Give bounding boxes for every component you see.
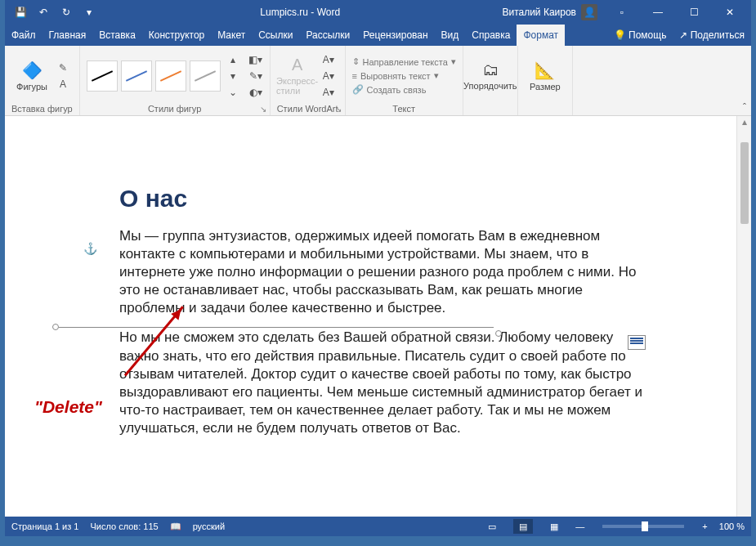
link-icon: 🔗 (352, 84, 364, 95)
tab-format[interactable]: Формат (517, 25, 565, 46)
arrange-button[interactable]: 🗂 Упорядочить (470, 51, 511, 101)
zoom-in-icon[interactable]: + (702, 521, 707, 531)
resize-handle-right[interactable] (495, 330, 502, 337)
gallery-up-icon[interactable]: ▴ (226, 52, 240, 67)
heading[interactable]: О нас (119, 185, 642, 213)
collapse-ribbon-icon[interactable]: ˆ (743, 102, 746, 114)
view-read-icon[interactable]: ▭ (482, 519, 502, 534)
edit-shape-icon[interactable]: ✎ (56, 60, 70, 75)
share-action[interactable]: ↗ Поделиться (673, 25, 751, 46)
scroll-thumb[interactable] (740, 142, 749, 224)
user-name-label: Виталий Каиров (502, 7, 576, 18)
text-box-icon[interactable]: A (56, 77, 70, 92)
shape-style-3[interactable] (155, 60, 186, 92)
quick-access-toolbar: 💾 ↶ ↻ ▾ (11, 3, 98, 21)
group-label-text: Текст (352, 102, 456, 114)
wordart-button: A Экспресс-стили (277, 51, 318, 101)
view-print-icon[interactable]: ▤ (513, 519, 533, 534)
size-icon: 📐 (535, 60, 555, 80)
arrange-icon: 🗂 (482, 60, 499, 79)
document-area: ⚓ О нас Мы — группа энтузиастов, одержим… (5, 116, 751, 517)
wordart-icon: A (292, 56, 302, 74)
help-action[interactable]: 💡 Помощь (607, 25, 673, 46)
group-text: ⇕Направление текста ▾ ≡Выровнять текст ▾… (346, 46, 463, 115)
align-text-icon: ≡ (352, 71, 357, 81)
group-insert-shapes: 🔷 Фигуры ✎ A Вставка фигур (5, 46, 80, 115)
zoom-out-icon[interactable]: — (575, 521, 584, 531)
tab-design[interactable]: Конструктор (142, 25, 211, 46)
group-arrange: 🗂 Упорядочить (463, 46, 518, 115)
gallery-more-icon[interactable]: ⌄ (226, 85, 240, 100)
size-button[interactable]: 📐 Размер (525, 51, 566, 101)
autosave-icon[interactable]: 💾 (11, 3, 29, 21)
lightbulb-icon: 💡 (614, 29, 626, 41)
status-page[interactable]: Страница 1 из 1 (11, 521, 78, 531)
shapes-button[interactable]: 🔷 Фигуры (11, 51, 52, 101)
text-direction-icon: ⇕ (352, 56, 360, 67)
ribbon-options-icon[interactable]: ▫ (604, 0, 640, 25)
shapes-icon: 🔷 (22, 60, 42, 80)
group-shape-styles: ▴ ▾ ⌄ ◧▾ ✎▾ ◐▾ Стили фигур ↘ (80, 46, 271, 115)
share-icon: ↗ (679, 29, 687, 41)
gallery-down-icon[interactable]: ▾ (226, 69, 240, 83)
shape-outline-icon[interactable]: ✎▾ (248, 69, 263, 83)
status-bar: Страница 1 из 1 Число слов: 115 📖 русски… (5, 517, 751, 536)
shape-style-2[interactable] (121, 60, 152, 92)
zoom-level[interactable]: 100 % (719, 521, 745, 531)
shape-style-1[interactable] (87, 60, 118, 92)
tab-home[interactable]: Главная (42, 25, 93, 46)
tab-insert[interactable]: Вставка (92, 25, 142, 46)
tab-file[interactable]: Файл (5, 25, 42, 46)
maximize-icon[interactable]: ☐ (676, 0, 712, 25)
tab-mailings[interactable]: Рассылки (299, 25, 356, 46)
shape-effects-icon[interactable]: ◐▾ (248, 85, 263, 100)
group-wordart: A Экспресс-стили A▾ A▾ A▾ Стили WordArt … (271, 46, 346, 115)
group-size: 📐 Размер (518, 46, 573, 115)
text-direction-button: ⇕Направление текста ▾ (352, 56, 456, 67)
annotation-delete-label: "Delete" (34, 397, 102, 417)
minimize-icon[interactable]: — (640, 0, 676, 25)
text-fill-icon: A▾ (321, 52, 336, 67)
anchor-icon[interactable]: ⚓ (83, 242, 97, 255)
group-label-shape-styles: Стили фигур (87, 102, 263, 114)
text-effects-icon: A▾ (321, 85, 336, 100)
user-avatar-icon: 👤 (581, 4, 597, 20)
user-account[interactable]: Виталий Каиров 👤 (502, 4, 597, 20)
create-link-button: 🔗Создать связь (352, 84, 456, 95)
layout-options-icon[interactable] (628, 335, 646, 350)
status-language[interactable]: русский (193, 521, 225, 531)
redo-icon[interactable]: ↻ (57, 3, 75, 21)
tab-references[interactable]: Ссылки (252, 25, 299, 46)
text-outline-icon: A▾ (321, 69, 336, 83)
ribbon: 🔷 Фигуры ✎ A Вставка фигур ▴ ▾ ⌄ (5, 46, 751, 116)
status-word-count[interactable]: Число слов: 115 (90, 521, 158, 531)
shape-styles-launcher-icon[interactable]: ↘ (260, 105, 266, 114)
vertical-scrollbar[interactable]: ▴ (736, 116, 751, 517)
tab-review[interactable]: Рецензирован (356, 25, 434, 46)
group-label-insert-shapes: Вставка фигур (11, 102, 73, 114)
group-label-wordart: Стили WordArt (277, 102, 338, 114)
window-title: Lumpics.ru - Word (98, 7, 502, 18)
resize-handle-left[interactable] (52, 324, 59, 330)
align-text-button: ≡Выровнять текст ▾ (352, 70, 456, 81)
wordart-launcher-icon[interactable]: ↘ (335, 105, 342, 114)
tab-view[interactable]: Вид (435, 25, 466, 46)
undo-icon[interactable]: ↶ (34, 3, 52, 21)
view-web-icon[interactable]: ▦ (544, 519, 564, 534)
menu-bar: Файл Главная Вставка Конструктор Макет С… (5, 25, 751, 46)
tab-layout[interactable]: Макет (211, 25, 252, 46)
zoom-slider[interactable] (602, 525, 684, 528)
qat-customize-icon[interactable]: ▾ (80, 3, 98, 21)
paragraph-2[interactable]: Но мы не сможем это сделать без Вашей об… (119, 329, 642, 437)
title-bar: 💾 ↶ ↻ ▾ Lumpics.ru - Word Виталий Каиров… (5, 0, 751, 25)
zoom-slider-thumb[interactable] (642, 521, 648, 531)
selected-line-shape[interactable] (59, 327, 494, 328)
shape-fill-icon[interactable]: ◧▾ (248, 52, 263, 67)
close-icon[interactable]: ✕ (712, 0, 748, 25)
tab-help[interactable]: Справка (465, 25, 517, 46)
scroll-up-icon[interactable]: ▴ (737, 116, 751, 128)
paragraph-1[interactable]: Мы — группа энтузиастов, одержимых идеей… (119, 227, 642, 317)
shape-style-4[interactable] (190, 60, 221, 92)
proofing-icon[interactable]: 📖 (170, 521, 181, 532)
page[interactable]: ⚓ О нас Мы — группа энтузиастов, одержим… (38, 136, 691, 517)
